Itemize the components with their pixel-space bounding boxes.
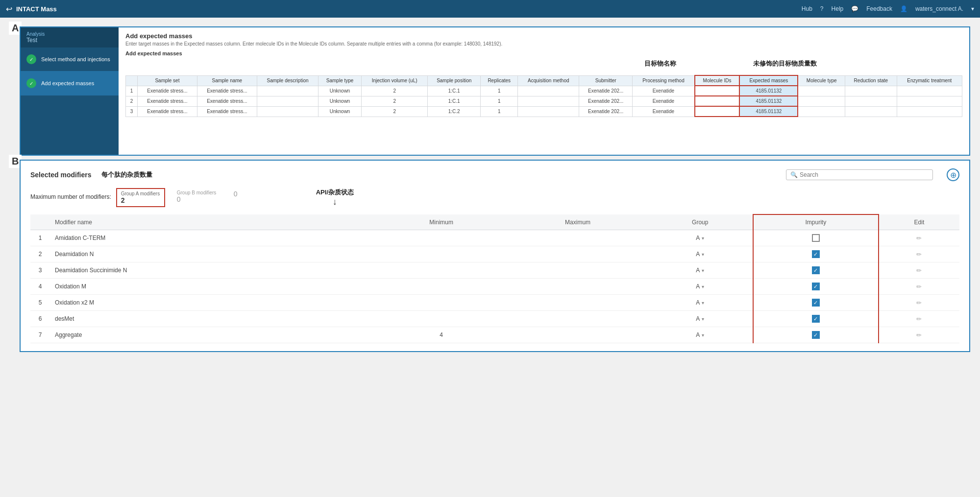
th-sample-desc: Sample description — [257, 75, 318, 86]
modifier-row: 6 desMet A ▾ ✓ ✏ — [30, 311, 959, 327]
th-molecule-ids: Molecule IDs — [695, 75, 740, 86]
mod-num: 4 — [30, 279, 50, 295]
impurity-checkbox-checked[interactable]: ✓ — [812, 315, 820, 323]
mod-edit[interactable]: ✏ — [879, 230, 959, 246]
mod-group[interactable]: A ▾ — [648, 295, 753, 311]
table-row: 2 Exenatide stress... Exenatide stress..… — [126, 96, 962, 106]
max-modifiers-row: Maximum number of modifiers: Group A mod… — [30, 188, 959, 207]
mod-name: Aggregate — [50, 327, 375, 343]
mod-name: Deamidation N — [50, 246, 375, 262]
search-input[interactable] — [800, 171, 929, 178]
mod-impurity[interactable]: ✓ — [753, 279, 879, 295]
cell-expected-masses[interactable]: 4185.01132 — [739, 86, 798, 96]
sidebar-item-select-method[interactable]: ✓ Select method and injections — [21, 47, 119, 71]
cell-sample-type: Unknown — [318, 96, 362, 106]
mod-num: 5 — [30, 295, 50, 311]
search-box[interactable]: 🔍 — [786, 169, 933, 180]
group-b-value: 0 — [177, 195, 218, 203]
cell-sample-name: Exenatide stress... — [197, 96, 257, 106]
mod-edit[interactable]: ✏ — [879, 311, 959, 327]
mod-edit[interactable]: ✏ — [879, 279, 959, 295]
cell-reduction — [845, 86, 897, 96]
mod-num: 6 — [30, 311, 50, 327]
edit-icon: ✏ — [916, 299, 922, 307]
cell-proc-method: Exenatide — [633, 106, 695, 117]
mod-edit[interactable]: ✏ — [879, 327, 959, 343]
cell-replicates: 1 — [481, 96, 518, 106]
cell-expected-masses[interactable]: 4185.01132 — [739, 96, 798, 106]
mod-edit[interactable]: ✏ — [879, 262, 959, 279]
mod-impurity[interactable]: ✓ — [753, 262, 879, 279]
mod-name: Oxidation M — [50, 279, 375, 295]
cell-acq-method — [518, 96, 579, 106]
mod-num: 2 — [30, 246, 50, 262]
mod-edit[interactable]: ✏ — [879, 295, 959, 311]
mod-min — [375, 279, 508, 295]
sidebar-item-add-masses[interactable]: ✓ Add expected masses — [21, 71, 119, 95]
sidebar-analysis-header: Analysis Test — [21, 27, 119, 47]
mod-min — [375, 262, 508, 279]
add-expected-label: Add expected masses — [125, 50, 962, 56]
group-b-box: Group B modifiers 0 — [173, 188, 222, 205]
sidebar-analysis-label: Analysis — [26, 31, 113, 37]
cell-sample-set: Exenatide stress... — [138, 106, 197, 117]
mod-group[interactable]: A ▾ — [648, 279, 753, 295]
impurity-checkbox-checked[interactable]: ✓ — [812, 266, 820, 274]
th-injection-vol: Injection volume (uL) — [361, 75, 427, 86]
cell-submitter: Exenatide 202... — [579, 106, 633, 117]
help-link[interactable]: Help — [832, 5, 844, 12]
th-impurity: Impurity — [753, 214, 879, 230]
th-sample-name: Sample name — [197, 75, 257, 86]
cell-sample-set: Exenatide stress... — [138, 96, 197, 106]
mod-impurity[interactable]: ✓ — [753, 246, 879, 262]
impurity-checkbox-checked[interactable]: ✓ — [812, 250, 820, 258]
mod-group[interactable]: A ▾ — [648, 246, 753, 262]
th-reduction-state: Reduction state — [845, 75, 897, 86]
mod-group[interactable]: A ▾ — [648, 311, 753, 327]
mod-impurity[interactable]: ✓ — [753, 311, 879, 327]
th-expected-masses: Expected masses — [739, 75, 798, 86]
add-modifier-button[interactable]: ⊕ — [947, 168, 959, 181]
impurity-checkbox-checked[interactable]: ✓ — [812, 299, 820, 307]
selected-modifiers-title: Selected modifiers — [30, 171, 92, 179]
modifiers-header: Selected modifiers 每个肽的杂质数量 🔍 ⊕ — [30, 168, 959, 181]
nav-left: ↩ INTACT Mass — [6, 4, 57, 14]
hub-link[interactable]: Hub — [802, 5, 812, 12]
th-sample-type: Sample type — [318, 75, 362, 86]
cell-acq-method — [518, 106, 579, 117]
api-annotation-container: API/杂质状态 ↓ — [316, 188, 354, 207]
mod-max — [508, 311, 648, 327]
impurity-checkbox-checked[interactable]: ✓ — [812, 283, 820, 290]
modifier-row: 3 Deamidation Succinimide N A ▾ ✓ — [30, 262, 959, 279]
cell-expected-masses[interactable]: 4185.01132 — [739, 106, 798, 117]
cell-molecule-ids[interactable] — [695, 96, 740, 106]
impurity-checkbox-checked[interactable]: ✓ — [812, 331, 820, 339]
user-label[interactable]: waters_connect A. — [915, 5, 963, 12]
mod-num: 3 — [30, 262, 50, 279]
modifier-row: 5 Oxidation x2 M A ▾ ✓ — [30, 295, 959, 311]
impurity-checkbox-unchecked[interactable] — [812, 234, 820, 242]
mod-group[interactable]: A ▾ — [648, 230, 753, 246]
cell-molecule-ids[interactable] — [695, 86, 740, 96]
mod-impurity[interactable]: ✓ — [753, 327, 879, 343]
modifier-row: 2 Deamidation N A ▾ ✓ — [30, 246, 959, 262]
feedback-link[interactable]: Feedback — [866, 5, 892, 12]
cell-sample-set: Exenatide stress... — [138, 86, 197, 96]
sidebar: Analysis Test ✓ Select method and inject… — [21, 27, 119, 155]
edit-icon: ✏ — [916, 283, 922, 290]
mod-edit[interactable]: ✏ — [879, 246, 959, 262]
cell-sample-desc — [257, 106, 318, 117]
mod-group[interactable]: A ▾ — [648, 327, 753, 343]
mod-min — [375, 311, 508, 327]
table-a-wrapper: Sample set Sample name Sample descriptio… — [125, 75, 962, 117]
mod-min: 4 — [375, 327, 508, 343]
sidebar-step2-icon: ✓ — [26, 78, 36, 88]
group-a-box[interactable]: Group A modifiers 2 — [116, 188, 165, 207]
mod-group[interactable]: A ▾ — [648, 262, 753, 279]
th-enzymatic-treatment: Enzymatic treatment — [897, 75, 962, 86]
mod-impurity[interactable] — [753, 230, 879, 246]
mod-name: Oxidation x2 M — [50, 295, 375, 311]
cell-molecule-ids[interactable] — [695, 106, 740, 117]
cell-mol-type — [798, 96, 845, 106]
mod-impurity[interactable]: ✓ — [753, 295, 879, 311]
